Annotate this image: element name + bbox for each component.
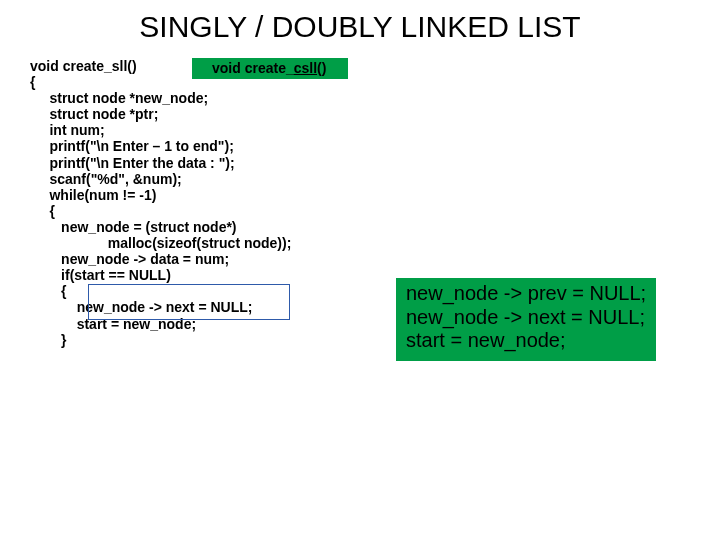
code-line: malloc(sizeof(struct node)); xyxy=(30,235,291,251)
code-line: } xyxy=(30,332,67,348)
page-title: SINGLY / DOUBLY LINKED LIST xyxy=(0,0,720,50)
code-line: new_node -> next = NULL; xyxy=(406,306,645,328)
text: void create_ xyxy=(212,60,294,76)
code-block: void create_sll() { struct node *new_nod… xyxy=(30,58,291,348)
code-line: if(start == NULL) xyxy=(30,267,171,283)
highlight-doubly-code: new_node -> prev = NULL; new_node -> nex… xyxy=(396,278,656,361)
code-line: struct node *ptr; xyxy=(30,106,158,122)
code-line: new_node -> data = num; xyxy=(30,251,229,267)
code-line: new_node -> prev = NULL; xyxy=(406,282,646,304)
code-line: while(num != -1) xyxy=(30,187,156,203)
text: () xyxy=(317,60,326,76)
code-line: scanf("%d", &num); xyxy=(30,171,182,187)
code-line: int num; xyxy=(30,122,105,138)
code-line: { xyxy=(30,203,55,219)
code-line: printf("\n Enter – 1 to end"); xyxy=(30,138,234,154)
code-line: void create_sll() xyxy=(30,58,137,74)
code-line: { xyxy=(30,74,35,90)
code-line: start = new_node; xyxy=(30,316,196,332)
code-line: new_node -> next = NULL; xyxy=(30,299,252,315)
code-line: struct node *new_node; xyxy=(30,90,208,106)
code-line: start = new_node; xyxy=(406,329,566,351)
code-line: new_node = (struct node*) xyxy=(30,219,237,235)
highlight-csll: void create_csll() xyxy=(192,58,348,79)
code-line: { xyxy=(30,283,67,299)
code-line: printf("\n Enter the data : "); xyxy=(30,155,235,171)
text-underline: csll xyxy=(294,60,317,76)
